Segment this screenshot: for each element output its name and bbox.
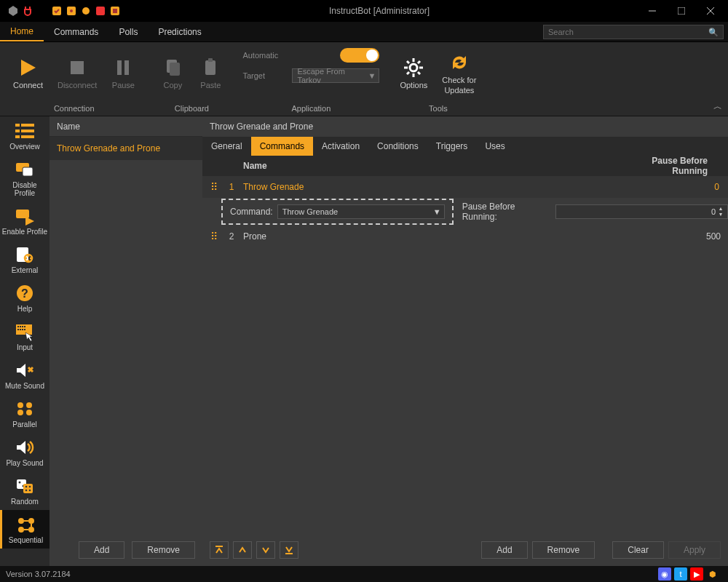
twitter-icon[interactable]: t <box>674 567 687 581</box>
tool-sequential[interactable]: Sequential <box>0 510 50 549</box>
tool-enable-profile[interactable]: Enable Profile <box>0 202 50 240</box>
svg-rect-45 <box>20 329 21 330</box>
tool-help[interactable]: ?Help <box>0 279 50 317</box>
svg-rect-33 <box>23 167 33 176</box>
svg-point-61 <box>28 518 34 524</box>
ribbon-collapse-button[interactable]: ︿ <box>713 100 722 113</box>
name-remove-button[interactable]: Remove <box>132 541 195 559</box>
svg-rect-29 <box>21 129 34 132</box>
target-label: Target <box>242 71 286 80</box>
tab-triggers[interactable]: Triggers <box>427 137 477 156</box>
badge-icon-4 <box>95 5 106 17</box>
detail-clear-button[interactable]: Clear <box>612 541 664 559</box>
pause-before-input[interactable]: 0 ▲▼ <box>555 204 728 219</box>
automatic-label: Automatic <box>242 51 286 60</box>
tab-general[interactable]: General <box>202 137 251 156</box>
detail-apply-button: Apply <box>668 541 721 559</box>
tool-external[interactable]: External <box>0 240 50 279</box>
connect-button[interactable]: Connect <box>7 45 49 101</box>
grid-row-2[interactable]: ⠿ 2 Prone 500 <box>202 226 728 247</box>
tab-commands[interactable]: Commands <box>251 137 313 156</box>
tool-disable-profile[interactable]: Disable Profile <box>0 155 50 202</box>
window-controls <box>638 0 725 22</box>
status-bar: Version 3.07.2184 ◉ t ▶ ⬢ <box>0 566 728 582</box>
drag-handle-icon[interactable]: ⠿ <box>202 231 224 242</box>
minimize-button[interactable] <box>638 0 667 22</box>
tab-uses[interactable]: Uses <box>476 137 513 156</box>
svg-rect-3 <box>96 7 105 15</box>
move-top-button[interactable] <box>210 541 229 559</box>
close-button[interactable] <box>696 0 725 22</box>
search-input[interactable] <box>548 28 708 36</box>
ribbon-group-clipboard: Copy Paste Clipboard <box>148 42 235 116</box>
tool-play-sound[interactable]: Play Sound <box>0 433 50 471</box>
grid-header-pause[interactable]: Pause Before Running <box>619 156 728 176</box>
svg-point-49 <box>26 402 32 408</box>
svg-point-62 <box>18 527 24 533</box>
title-bar: InstructBot [Administrator] <box>0 0 728 22</box>
svg-point-17 <box>410 64 417 71</box>
window-title: InstructBot [Administrator] <box>121 6 638 16</box>
options-button[interactable]: Options <box>394 45 433 101</box>
left-toolbar: Overview Disable Profile Enable Profile … <box>0 116 50 566</box>
tool-parallel[interactable]: Parallel <box>0 394 50 433</box>
tab-conditions[interactable]: Conditions <box>368 137 427 156</box>
name-item-0[interactable]: Throw Grenade and Prone <box>50 137 202 160</box>
svg-rect-14 <box>170 63 180 76</box>
search-box[interactable]: 🔍 <box>543 25 724 39</box>
move-down-button[interactable] <box>256 541 275 559</box>
app-status-icon[interactable]: ⬢ <box>706 567 719 581</box>
check-updates-button[interactable]: Check for Updates <box>436 45 482 101</box>
svg-rect-34 <box>16 210 29 218</box>
app-icon-1 <box>7 5 19 17</box>
discord-icon[interactable]: ◉ <box>658 567 671 581</box>
svg-rect-46 <box>22 329 23 330</box>
svg-point-2 <box>70 9 73 12</box>
drag-handle-icon[interactable]: ⠿ <box>202 181 224 193</box>
tool-random[interactable]: Random <box>0 471 50 510</box>
name-add-button[interactable]: Add <box>79 541 124 559</box>
grid-header-name[interactable]: Name <box>239 161 619 171</box>
svg-rect-11 <box>117 60 122 75</box>
titlebar-app-icons <box>3 5 121 17</box>
pause-spinner[interactable]: ▲▼ <box>717 206 724 218</box>
svg-rect-28 <box>15 129 20 132</box>
svg-rect-16 <box>208 58 213 62</box>
menu-predictions[interactable]: Predictions <box>148 22 211 41</box>
svg-rect-30 <box>15 135 20 138</box>
ribbon-group-application: Automatic Target Escape From Tarkov ▼ Ap… <box>235 42 387 116</box>
tool-input[interactable]: Input <box>0 317 50 356</box>
command-select[interactable]: Throw Grenade ▼ <box>277 204 445 219</box>
menu-home[interactable]: Home <box>0 22 44 41</box>
svg-rect-43 <box>24 326 25 327</box>
svg-point-51 <box>26 410 32 415</box>
badge-icon-5 <box>109 5 121 17</box>
maximize-button[interactable] <box>667 0 696 22</box>
badge-icon-2 <box>66 5 77 17</box>
target-select[interactable]: Escape From Tarkov ▼ <box>292 68 379 83</box>
badge-icon-1 <box>51 5 63 17</box>
grid-row-1[interactable]: ⠿ 1 Throw Grenade 0 <box>202 176 728 198</box>
menu-commands[interactable]: Commands <box>44 22 108 41</box>
svg-text:?: ? <box>21 287 28 300</box>
svg-point-50 <box>17 410 23 415</box>
tool-overview[interactable]: Overview <box>0 116 50 155</box>
detail-tabs: General Commands Activation Conditions T… <box>202 137 728 156</box>
youtube-icon[interactable]: ▶ <box>690 567 703 581</box>
move-up-button[interactable] <box>233 541 252 559</box>
svg-line-22 <box>407 61 409 63</box>
tab-activation[interactable]: Activation <box>313 137 368 156</box>
tool-mute-sound[interactable]: Mute Sound <box>0 356 50 394</box>
grid-body: ⠿ 1 Throw Grenade 0 Command: Throw Grena… <box>202 176 728 534</box>
svg-rect-55 <box>23 484 33 493</box>
command-label: Command: <box>230 207 273 217</box>
detail-add-button[interactable]: Add <box>481 541 527 559</box>
svg-line-24 <box>407 72 409 74</box>
move-bottom-button[interactable] <box>280 541 298 559</box>
svg-point-48 <box>17 402 23 408</box>
detail-remove-button[interactable]: Remove <box>532 541 596 559</box>
disconnect-button: Disconnect <box>52 45 103 101</box>
menu-polls[interactable]: Polls <box>108 22 148 41</box>
automatic-toggle[interactable] <box>340 48 379 63</box>
detail-footer: Add Remove Clear Apply <box>202 534 728 566</box>
